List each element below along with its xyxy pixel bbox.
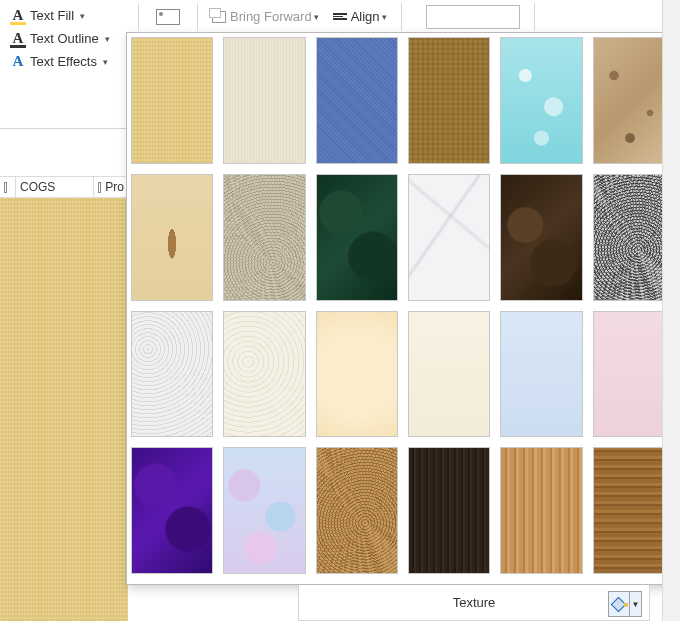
align-icon: [333, 13, 347, 20]
texture-swatch-denim[interactable]: [316, 37, 398, 164]
texture-gallery-popup: [126, 32, 680, 585]
texture-swatch-oak[interactable]: [500, 447, 582, 574]
texture-swatch-white-marble[interactable]: [408, 174, 490, 301]
texture-swatch-stationery[interactable]: [408, 311, 490, 438]
separator: [138, 3, 139, 31]
texture-swatch-canvas[interactable]: [223, 37, 305, 164]
chevron-down-icon: ▾: [382, 12, 387, 22]
texture-swatch-fish-fossil[interactable]: [131, 174, 213, 301]
texture-swatch-water-droplets[interactable]: [500, 37, 582, 164]
texture-swatch-papyrus[interactable]: [131, 37, 213, 164]
texture-swatch-walnut[interactable]: [408, 447, 490, 574]
filter-icon: [4, 182, 7, 193]
text-outline-button[interactable]: A Text Outline ▾: [6, 27, 122, 50]
separator: [401, 3, 402, 31]
size-combo[interactable]: [426, 5, 520, 29]
column-headers: COGS Pro: [0, 176, 128, 198]
text-outline-icon: A: [10, 30, 26, 47]
texture-swatch-brown-marble[interactable]: [500, 174, 582, 301]
text-outline-label: Text Outline: [30, 31, 99, 46]
separator: [197, 3, 198, 31]
align-label: Align: [351, 9, 380, 24]
paint-bucket-icon: [609, 592, 629, 616]
texture-swatch-woven-mat[interactable]: [408, 37, 490, 164]
picture-icon[interactable]: [153, 6, 183, 28]
texture-swatch-parchment[interactable]: [316, 311, 398, 438]
cogs-label: COGS: [20, 180, 55, 194]
text-effects-button[interactable]: A Text Effects ▾: [6, 50, 122, 73]
ribbon-arrange-group: Bring Forward ▾ Align ▾: [128, 0, 680, 34]
scrollbar[interactable]: [662, 0, 680, 621]
chevron-down-icon: ▾: [80, 11, 85, 21]
chevron-down-icon: ▾: [314, 12, 319, 22]
texture-footer-label: Texture: [299, 595, 649, 610]
chevron-down-icon: ▾: [103, 57, 108, 67]
texture-swatch-sand[interactable]: [223, 174, 305, 301]
text-fill-icon: A: [10, 7, 26, 24]
text-fill-button[interactable]: A Text Fill ▾: [6, 4, 122, 27]
texture-swatch-cork[interactable]: [316, 447, 398, 574]
texture-swatch-purple-mesh[interactable]: [131, 447, 213, 574]
separator: [534, 3, 535, 31]
texture-swatch-blue-tissue[interactable]: [500, 311, 582, 438]
filter-cell[interactable]: [0, 177, 16, 197]
texture-swatch-recycled-paper[interactable]: [223, 311, 305, 438]
bring-forward-label: Bring Forward: [230, 9, 312, 24]
chevron-down-icon: ▼: [629, 592, 641, 616]
texture-grid: [131, 37, 675, 574]
align-button[interactable]: Align ▾: [333, 9, 387, 24]
texture-papyrus-applied: [0, 198, 128, 621]
pro-header[interactable]: Pro: [94, 177, 128, 197]
cogs-header[interactable]: COGS: [16, 177, 94, 197]
filter-icon: [98, 182, 101, 193]
pro-label: Pro: [105, 180, 124, 194]
texture-swatch-bouquet[interactable]: [223, 447, 305, 574]
text-effects-icon: A: [10, 53, 26, 70]
texture-swatch-green-marble[interactable]: [316, 174, 398, 301]
texture-footer-row: Texture: [298, 585, 650, 621]
ribbon-text-group: A Text Fill ▾ A Text Outline ▾ A Text Ef…: [0, 0, 128, 77]
text-effects-label: Text Effects: [30, 54, 97, 69]
text-fill-label: Text Fill: [30, 8, 74, 23]
chevron-down-icon: ▾: [105, 34, 110, 44]
texture-menu-button[interactable]: ▼: [608, 591, 642, 617]
bring-forward-icon: [212, 11, 226, 23]
applied-texture-preview: [0, 198, 128, 621]
texture-swatch-newsprint[interactable]: [131, 311, 213, 438]
bring-forward-button[interactable]: Bring Forward ▾: [212, 9, 319, 24]
